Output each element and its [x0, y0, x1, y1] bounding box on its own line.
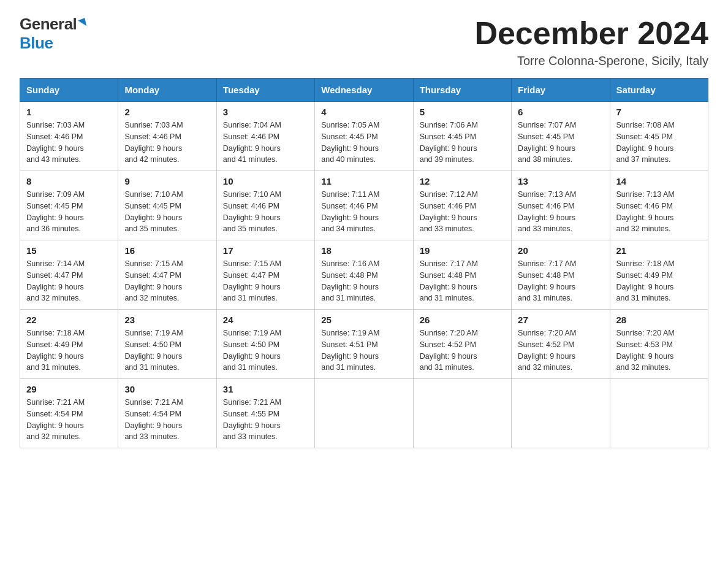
day-info: Sunrise: 7:20 AMSunset: 4:52 PMDaylight:… — [518, 327, 603, 373]
logo-blue-text: Blue — [20, 34, 53, 53]
day-info: Sunrise: 7:03 AMSunset: 4:46 PMDaylight:… — [124, 120, 210, 166]
calendar-cell — [315, 379, 413, 448]
day-number: 1 — [26, 107, 112, 117]
day-number: 6 — [518, 107, 603, 117]
calendar-table: SundayMondayTuesdayWednesdayThursdayFrid… — [20, 78, 708, 448]
day-info: Sunrise: 7:21 AMSunset: 4:54 PMDaylight:… — [124, 397, 210, 443]
calendar-cell: 1Sunrise: 7:03 AMSunset: 4:46 PMDaylight… — [20, 102, 118, 171]
header-saturday: Saturday — [610, 79, 708, 102]
day-number: 30 — [124, 384, 210, 394]
day-info: Sunrise: 7:15 AMSunset: 4:47 PMDaylight:… — [223, 258, 308, 304]
calendar-week-row: 15Sunrise: 7:14 AMSunset: 4:47 PMDayligh… — [20, 240, 708, 310]
day-info: Sunrise: 7:19 AMSunset: 4:51 PMDaylight:… — [321, 327, 406, 373]
day-number: 5 — [420, 107, 505, 117]
location-title: Torre Colonna-Sperone, Sicily, Italy — [474, 54, 708, 68]
day-info: Sunrise: 7:21 AMSunset: 4:54 PMDaylight:… — [26, 397, 112, 443]
page-header: General Blue December 2024 Torre Colonna… — [20, 15, 708, 68]
day-number: 24 — [223, 315, 308, 325]
logo-general-text: General — [20, 15, 77, 34]
day-number: 8 — [26, 176, 112, 186]
calendar-cell: 17Sunrise: 7:15 AMSunset: 4:47 PMDayligh… — [216, 240, 314, 310]
calendar-cell: 5Sunrise: 7:06 AMSunset: 4:45 PMDaylight… — [413, 102, 511, 171]
calendar-cell: 18Sunrise: 7:16 AMSunset: 4:48 PMDayligh… — [315, 240, 413, 310]
day-number: 10 — [223, 176, 308, 186]
calendar-cell: 9Sunrise: 7:10 AMSunset: 4:45 PMDaylight… — [118, 171, 216, 240]
calendar-cell: 23Sunrise: 7:19 AMSunset: 4:50 PMDayligh… — [118, 310, 216, 379]
day-info: Sunrise: 7:19 AMSunset: 4:50 PMDaylight:… — [124, 327, 210, 373]
calendar-cell: 29Sunrise: 7:21 AMSunset: 4:54 PMDayligh… — [20, 379, 118, 448]
header-sunday: Sunday — [20, 79, 118, 102]
day-info: Sunrise: 7:20 AMSunset: 4:52 PMDaylight:… — [420, 327, 505, 373]
calendar-cell: 8Sunrise: 7:09 AMSunset: 4:45 PMDaylight… — [20, 171, 118, 240]
calendar-cell — [610, 379, 708, 448]
calendar-week-row: 29Sunrise: 7:21 AMSunset: 4:54 PMDayligh… — [20, 379, 708, 448]
calendar-cell: 30Sunrise: 7:21 AMSunset: 4:54 PMDayligh… — [118, 379, 216, 448]
calendar-cell: 25Sunrise: 7:19 AMSunset: 4:51 PMDayligh… — [315, 310, 413, 379]
day-info: Sunrise: 7:06 AMSunset: 4:45 PMDaylight:… — [420, 120, 505, 166]
day-number: 9 — [124, 176, 210, 186]
day-info: Sunrise: 7:10 AMSunset: 4:45 PMDaylight:… — [124, 189, 210, 235]
day-info: Sunrise: 7:15 AMSunset: 4:47 PMDaylight:… — [124, 258, 210, 304]
calendar-cell: 16Sunrise: 7:15 AMSunset: 4:47 PMDayligh… — [118, 240, 216, 310]
day-info: Sunrise: 7:03 AMSunset: 4:46 PMDaylight:… — [26, 120, 112, 166]
day-info: Sunrise: 7:16 AMSunset: 4:48 PMDaylight:… — [321, 258, 406, 304]
day-number: 21 — [616, 245, 702, 256]
calendar-cell: 20Sunrise: 7:17 AMSunset: 4:48 PMDayligh… — [512, 240, 610, 310]
calendar-cell: 3Sunrise: 7:04 AMSunset: 4:46 PMDaylight… — [216, 102, 314, 171]
day-info: Sunrise: 7:05 AMSunset: 4:45 PMDaylight:… — [321, 120, 406, 166]
day-number: 11 — [321, 176, 406, 186]
header-friday: Friday — [512, 79, 610, 102]
calendar-cell: 7Sunrise: 7:08 AMSunset: 4:45 PMDaylight… — [610, 102, 708, 171]
calendar-cell: 21Sunrise: 7:18 AMSunset: 4:49 PMDayligh… — [610, 240, 708, 310]
day-number: 28 — [616, 315, 702, 325]
calendar-cell — [413, 379, 511, 448]
day-number: 25 — [321, 315, 406, 325]
day-info: Sunrise: 7:09 AMSunset: 4:45 PMDaylight:… — [26, 189, 112, 235]
day-info: Sunrise: 7:10 AMSunset: 4:46 PMDaylight:… — [223, 189, 308, 235]
day-number: 17 — [223, 245, 308, 256]
day-info: Sunrise: 7:17 AMSunset: 4:48 PMDaylight:… — [518, 258, 603, 304]
day-info: Sunrise: 7:19 AMSunset: 4:50 PMDaylight:… — [223, 327, 308, 373]
day-info: Sunrise: 7:21 AMSunset: 4:55 PMDaylight:… — [223, 397, 308, 443]
header-tuesday: Tuesday — [216, 79, 314, 102]
day-number: 22 — [26, 315, 112, 325]
logo: General Blue — [20, 15, 86, 53]
calendar-cell: 28Sunrise: 7:20 AMSunset: 4:53 PMDayligh… — [610, 310, 708, 379]
day-number: 26 — [420, 315, 505, 325]
day-number: 3 — [223, 107, 308, 117]
day-number: 13 — [518, 176, 603, 186]
calendar-week-row: 22Sunrise: 7:18 AMSunset: 4:49 PMDayligh… — [20, 310, 708, 379]
day-info: Sunrise: 7:20 AMSunset: 4:53 PMDaylight:… — [616, 327, 702, 373]
day-number: 29 — [26, 384, 112, 394]
day-number: 31 — [223, 384, 308, 394]
calendar-cell: 2Sunrise: 7:03 AMSunset: 4:46 PMDaylight… — [118, 102, 216, 171]
day-info: Sunrise: 7:18 AMSunset: 4:49 PMDaylight:… — [616, 258, 702, 304]
day-number: 27 — [518, 315, 603, 325]
calendar-cell: 13Sunrise: 7:13 AMSunset: 4:46 PMDayligh… — [512, 171, 610, 240]
calendar-cell: 27Sunrise: 7:20 AMSunset: 4:52 PMDayligh… — [512, 310, 610, 379]
calendar-cell: 22Sunrise: 7:18 AMSunset: 4:49 PMDayligh… — [20, 310, 118, 379]
calendar-cell: 15Sunrise: 7:14 AMSunset: 4:47 PMDayligh… — [20, 240, 118, 310]
header-wednesday: Wednesday — [315, 79, 413, 102]
calendar-cell: 31Sunrise: 7:21 AMSunset: 4:55 PMDayligh… — [216, 379, 314, 448]
header-monday: Monday — [118, 79, 216, 102]
day-number: 23 — [124, 315, 210, 325]
day-info: Sunrise: 7:12 AMSunset: 4:46 PMDaylight:… — [420, 189, 505, 235]
day-info: Sunrise: 7:04 AMSunset: 4:46 PMDaylight:… — [223, 120, 308, 166]
day-info: Sunrise: 7:18 AMSunset: 4:49 PMDaylight:… — [26, 327, 112, 373]
calendar-cell: 10Sunrise: 7:10 AMSunset: 4:46 PMDayligh… — [216, 171, 314, 240]
day-number: 12 — [420, 176, 505, 186]
day-info: Sunrise: 7:08 AMSunset: 4:45 PMDaylight:… — [616, 120, 702, 166]
calendar-cell: 12Sunrise: 7:12 AMSunset: 4:46 PMDayligh… — [413, 171, 511, 240]
day-number: 18 — [321, 245, 406, 256]
day-info: Sunrise: 7:14 AMSunset: 4:47 PMDaylight:… — [26, 258, 112, 304]
day-number: 16 — [124, 245, 210, 256]
title-section: December 2024 Torre Colonna-Sperone, Sic… — [474, 15, 708, 68]
day-number: 15 — [26, 245, 112, 256]
header-thursday: Thursday — [413, 79, 511, 102]
day-info: Sunrise: 7:13 AMSunset: 4:46 PMDaylight:… — [518, 189, 603, 235]
calendar-week-row: 1Sunrise: 7:03 AMSunset: 4:46 PMDaylight… — [20, 102, 708, 171]
calendar-week-row: 8Sunrise: 7:09 AMSunset: 4:45 PMDaylight… — [20, 171, 708, 240]
day-number: 2 — [124, 107, 210, 117]
day-info: Sunrise: 7:17 AMSunset: 4:48 PMDaylight:… — [420, 258, 505, 304]
